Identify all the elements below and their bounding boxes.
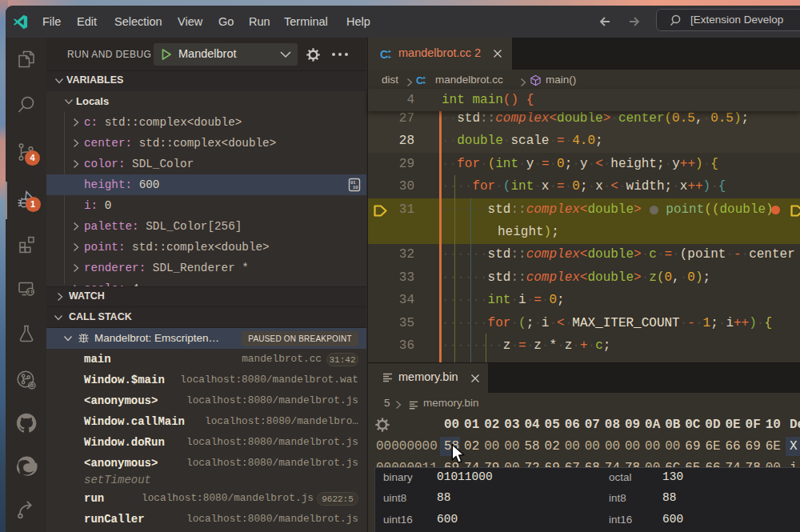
svg-text:10: 10 — [353, 185, 358, 190]
svg-text:+: + — [422, 80, 426, 86]
svg-text:+: + — [387, 54, 391, 61]
